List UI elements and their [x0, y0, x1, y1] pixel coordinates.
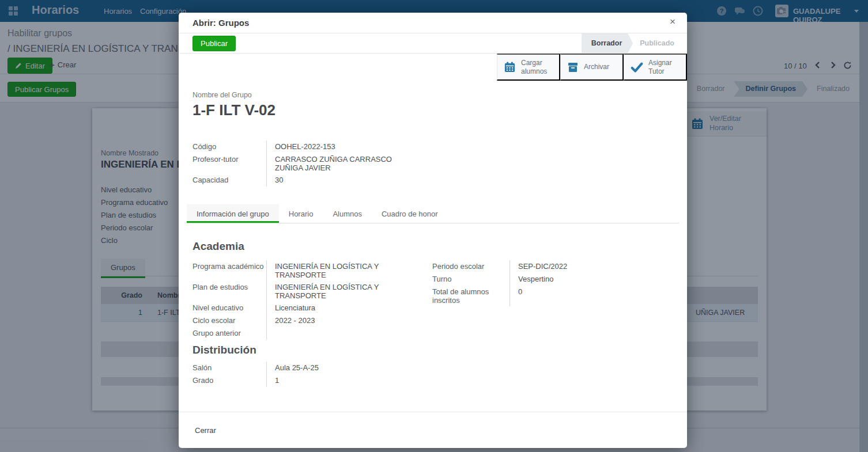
field-value-salon: Aula 25-A-25 — [266, 362, 429, 374]
cargar-alumnos-button[interactable]: Cargaralumnos — [497, 54, 560, 81]
dialog-footer: Cerrar — [179, 412, 687, 448]
field-label-programa-academico: Programa académico — [193, 260, 266, 281]
archivar-button[interactable]: Archivar — [560, 54, 624, 81]
field-value-codigo: OOHEL-2022-153 — [266, 140, 412, 153]
field-value-grupo-anterior — [266, 327, 429, 340]
close-icon[interactable]: × — [670, 17, 675, 26]
field-label-turno: Turno — [432, 273, 510, 286]
abrir-grupos-dialog: Abrir: Grupos × Publicar Borrador Public… — [179, 13, 687, 448]
tab-informacion-del-grupo[interactable]: Información del grupo — [187, 204, 279, 223]
cerrar-button[interactable]: Cerrar — [193, 423, 218, 438]
field-value-programa-academico: INGENIERÍA EN LOGÍSTICA Y TRANSPORTE — [266, 260, 429, 281]
archive-box-icon — [567, 62, 579, 73]
record-pipeline: Borrador Publicado — [582, 33, 687, 53]
tab-alumnos[interactable]: Alumnos — [323, 204, 372, 223]
dialog-statusbar: Publicar Borrador Publicado — [179, 33, 687, 54]
check-icon — [631, 62, 643, 73]
section-title-distribucion: Distribución — [193, 344, 256, 356]
field-value-capacidad: 30 — [266, 174, 412, 187]
pipeline-publicado[interactable]: Publicado — [633, 33, 687, 53]
distribucion-fields: Salón Aula 25-A-25 Grado 1 — [193, 362, 429, 387]
field-label-grado: Grado — [193, 374, 266, 387]
tab-cuadro-de-honor[interactable]: Cuadro de honor — [372, 204, 448, 223]
field-label-ciclo-escolar: Ciclo escolar — [193, 314, 266, 327]
field-label-codigo: Código — [193, 140, 266, 153]
button-box: Cargaralumnos Archivar AsignarTutor — [497, 54, 687, 81]
tab-horario[interactable]: Horario — [279, 204, 323, 223]
field-value-profesor-tutor[interactable]: CARRASCO ZUÑIGA CARRASCO ZUÑIGA JAVIER — [266, 153, 412, 174]
field-label-salon: Salón — [193, 362, 266, 374]
dialog-header: Abrir: Grupos × — [179, 13, 687, 33]
field-value-ciclo-escolar: 2022 - 2023 — [266, 314, 429, 327]
app-window: Horarios Horarios Configuración ? + GUAD… — [0, 0, 868, 452]
field-label-nivel-educativo: Nivel educativo — [193, 302, 266, 314]
field-value-turno: Vespertino — [510, 273, 607, 286]
field-label-grupo-anterior: Grupo anterior — [193, 327, 266, 340]
dialog-title: Abrir: Grupos — [193, 18, 249, 28]
field-label-profesor-tutor: Profesor-tutor — [193, 153, 266, 174]
field-value-total-alumnos: 0 — [510, 286, 607, 306]
group-name-value: 1-F ILT V-02 — [193, 101, 276, 119]
field-value-nivel-educativo: Licenciatura — [266, 302, 429, 314]
asignar-tutor-button[interactable]: AsignarTutor — [624, 54, 687, 81]
field-label-periodo-escolar: Periodo escolar — [432, 260, 510, 273]
field-value-grado: 1 — [266, 374, 429, 387]
academia-right-fields: Periodo escolar SEP-DIC/2022 Turno Vespe… — [432, 260, 607, 306]
field-value-periodo-escolar: SEP-DIC/2022 — [510, 260, 607, 273]
academia-left-fields: Programa académico INGENIERÍA EN LOGÍSTI… — [193, 260, 429, 340]
header-fields: Código OOHEL-2022-153 Profesor-tutor CAR… — [193, 140, 412, 187]
field-value-plan-de-estudios: INGENIERÍA EN LOGÍSTICA Y TRANSPORTE — [266, 281, 429, 302]
pipeline-borrador[interactable]: Borrador — [582, 33, 633, 53]
field-label-total-alumnos: Total de alumnos inscritos — [432, 286, 510, 306]
field-label-plan-de-estudios: Plan de estudios — [193, 281, 266, 302]
group-name-label: Nombre del Grupo — [193, 91, 252, 99]
publish-button[interactable]: Publicar — [193, 36, 236, 51]
calendar-icon — [504, 61, 516, 73]
section-title-academia: Academia — [193, 240, 244, 253]
notebook-tabs: Información del grupo Horario Alumnos Cu… — [187, 204, 679, 223]
field-label-capacidad: Capacidad — [193, 174, 266, 187]
